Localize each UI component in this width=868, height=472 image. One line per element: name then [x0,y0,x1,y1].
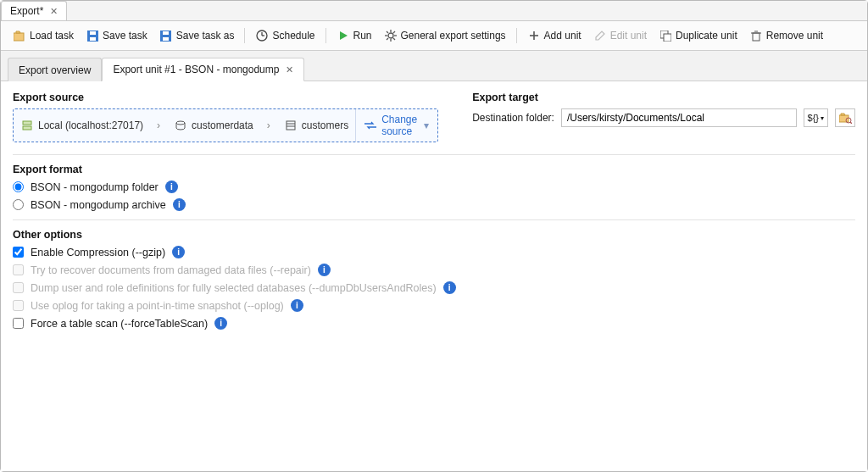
svg-line-19 [393,31,395,33]
separator [516,28,517,43]
export-source-section: Export source Local (localhost:27017) › … [13,92,438,142]
destination-folder-input[interactable] [561,108,797,127]
chevron-down-icon: ▾ [821,114,824,122]
svg-line-18 [393,38,395,40]
load-task-button[interactable]: Load task [11,27,75,44]
format-archive-radio[interactable] [13,199,24,210]
format-folder-radio[interactable] [13,181,24,192]
divider [13,154,855,155]
svg-rect-25 [664,34,671,42]
option-gzip-row[interactable]: Enable Compression (--gzip) [13,246,855,258]
remove-unit-label: Remove unit [766,30,823,42]
window-tab-strip: Export* ✕ [1,1,867,21]
breadcrumb-collection[interactable]: customers [277,109,355,142]
general-settings-button[interactable]: General export settings [382,27,508,44]
gzip-checkbox[interactable] [13,247,24,258]
schedule-button[interactable]: Schedule [253,27,316,44]
breadcrumb-database-label: customerdata [192,119,253,131]
gzip-label: Enable Compression (--gzip) [31,247,165,258]
svg-point-12 [388,33,393,38]
play-icon [337,29,350,42]
duplicate-icon [659,29,672,42]
svg-line-38 [850,122,852,124]
tab-export-overview[interactable]: Export overview [8,58,102,81]
variables-label: ${} [808,113,819,123]
save-task-as-button[interactable]: Save task as [158,27,236,44]
svg-marker-23 [596,31,604,40]
info-icon[interactable] [443,281,456,294]
repair-label: Try to recover documents from damaged da… [31,264,311,276]
info-icon[interactable] [318,264,331,276]
change-source-button[interactable]: Change source ▾ [355,109,437,142]
separator [244,28,245,43]
svg-marker-36 [841,114,845,115]
export-target-title: Export target [472,92,855,103]
option-oplog-row: Use oplog for taking a point-in-time sna… [13,299,855,312]
tab-label: Export overview [19,64,91,76]
save-task-button[interactable]: Save task [84,27,149,44]
chevron-down-icon: ▾ [424,119,429,131]
svg-line-17 [387,31,388,33]
format-folder-row[interactable]: BSON - mongodump folder [13,180,855,193]
browse-folder-button[interactable] [835,108,855,127]
duplicate-unit-button[interactable]: Duplicate unit [657,27,739,44]
add-unit-button[interactable]: Add unit [526,27,583,44]
source-breadcrumb: Local (localhost:27017) › customerdata › [13,108,438,142]
export-source-title: Export source [13,92,438,103]
info-icon[interactable] [172,246,185,258]
save-task-as-label: Save task as [176,30,235,42]
pencil-icon [593,29,607,42]
run-button[interactable]: Run [335,27,374,44]
svg-rect-0 [14,33,24,41]
database-icon [174,119,187,132]
svg-marker-11 [340,31,348,40]
info-icon[interactable] [291,299,303,312]
tab-export-unit[interactable]: Export unit #1 - BSON - mongodump ✕ [102,58,304,81]
content-area: Export source Local (localhost:27017) › … [1,81,867,471]
info-icon[interactable] [173,198,186,211]
gear-icon [384,29,398,42]
breadcrumb-database[interactable]: customerdata [167,109,260,142]
svg-rect-7 [163,31,169,35]
svg-point-31 [176,121,185,125]
svg-rect-26 [753,33,760,41]
save-as-icon [159,29,173,42]
window-tab-title: Export* [10,5,43,17]
folder-open-icon [13,29,26,42]
table-scan-checkbox[interactable] [13,318,24,329]
svg-rect-30 [23,126,31,130]
repair-checkbox [13,264,24,275]
window-tab-export[interactable]: Export* ✕ [1,1,67,20]
load-task-label: Load task [30,30,74,42]
server-icon [20,119,34,132]
format-folder-label: BSON - mongodump folder [31,181,159,193]
chevron-right-icon: › [260,109,277,142]
option-table-scan-row[interactable]: Force a table scan (--forceTableScan) [13,317,855,330]
separator [326,28,326,43]
save-task-label: Save task [103,30,147,42]
close-icon[interactable]: ✕ [286,64,293,75]
oplog-checkbox [13,300,24,311]
svg-line-20 [387,38,388,40]
svg-rect-29 [23,121,31,125]
toolbar: Load task Save task Save task as Schedul… [1,21,867,51]
folder-search-icon [838,111,852,125]
dump-users-label: Dump user and role definitions for fully… [31,282,437,294]
divider [13,219,855,220]
tab-label: Export unit #1 - BSON - mongodump [113,64,279,75]
variables-button[interactable]: ${} ▾ [804,108,828,127]
export-target-section: Export target Destination folder: ${} ▾ [472,92,855,142]
option-repair-row: Try to recover documents from damaged da… [13,264,855,276]
info-icon[interactable] [165,180,178,193]
source-target-row: Export source Local (localhost:27017) › … [13,92,855,142]
document-tabs: Export overview Export unit #1 - BSON - … [1,51,867,81]
close-icon[interactable]: ✕ [50,6,58,17]
format-archive-row[interactable]: BSON - mongodump archive [13,198,855,211]
svg-rect-6 [163,37,169,41]
svg-rect-3 [90,37,96,41]
breadcrumb-connection[interactable]: Local (localhost:27017) [14,109,150,142]
remove-unit-button[interactable]: Remove unit [748,27,825,44]
duplicate-unit-label: Duplicate unit [676,30,737,42]
breadcrumb-connection-label: Local (localhost:27017) [38,119,143,131]
info-icon[interactable] [214,317,227,330]
